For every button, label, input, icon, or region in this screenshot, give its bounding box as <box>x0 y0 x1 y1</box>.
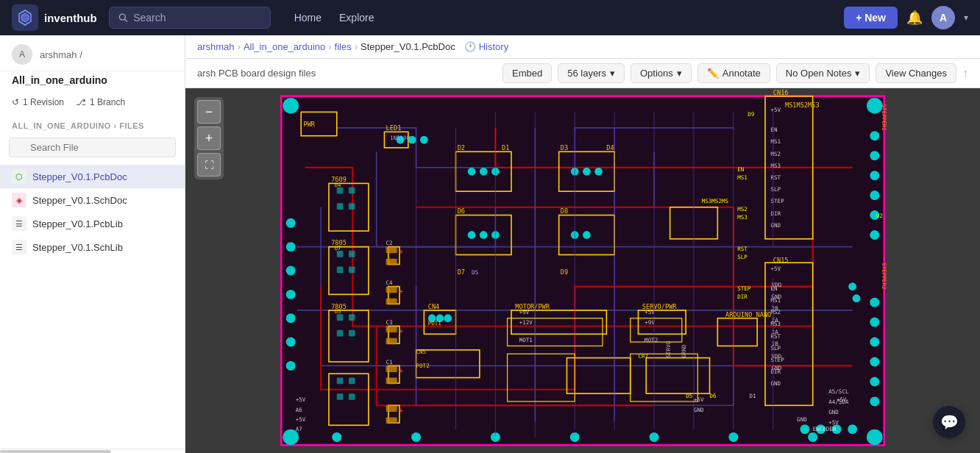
options-button[interactable]: Options ▾ <box>631 63 692 83</box>
annotate-button[interactable]: ✏️ Annotate <box>697 63 770 83</box>
svg-line-3 <box>124 19 127 21</box>
svg-text:STEP: STEP <box>737 285 751 292</box>
search-input[interactable] <box>133 12 260 24</box>
branch-stat[interactable]: ⎇ 1 Branch <box>70 95 131 110</box>
svg-rect-95 <box>349 314 355 321</box>
logo[interactable]: inventhub <box>12 4 97 31</box>
svg-text:+5V: +5V <box>771 265 781 272</box>
nav-home[interactable]: Home <box>294 12 322 24</box>
options-label: Options <box>640 68 673 79</box>
file-icon: ⬡ <box>12 169 26 184</box>
svg-point-52 <box>332 432 341 442</box>
svg-point-65 <box>420 136 428 144</box>
viewer-controls: − + ⛶ <box>194 97 224 179</box>
svg-rect-208 <box>386 417 397 424</box>
avatar[interactable]: A <box>931 6 955 29</box>
svg-text:+5V: +5V <box>645 309 655 315</box>
svg-text:MS3: MS3 <box>771 163 781 169</box>
file-item[interactable]: ◈ Stepper_V0.1.SchDoc <box>0 188 185 212</box>
history-link[interactable]: 🕐 History <box>464 41 508 52</box>
user-menu-chevron[interactable]: ▾ <box>964 13 968 23</box>
file-item[interactable]: ⬡ Stepper_V0.1.PcbDoc <box>0 165 185 188</box>
svg-text:+5V: +5V <box>296 396 306 403</box>
svg-text:D5: D5 <box>472 269 478 276</box>
svg-rect-86 <box>337 188 344 194</box>
svg-text:MS1: MS1 <box>771 138 781 145</box>
svg-text:+5V: +5V <box>837 396 847 403</box>
search-bar[interactable] <box>109 7 271 29</box>
nav-right: + New 🔔 A ▾ <box>844 6 968 29</box>
svg-text:STEPPER2: STEPPER2 <box>881 263 887 289</box>
svg-text:DIR: DIR <box>771 210 781 217</box>
svg-point-84 <box>848 282 856 290</box>
sidebar-scrollbar[interactable] <box>0 449 185 453</box>
svg-text:D7: D7 <box>458 268 465 276</box>
breadcrumb-repo[interactable]: All_in_one_arduino <box>244 41 325 52</box>
svg-rect-94 <box>337 314 344 321</box>
revision-stat[interactable]: ↺ 1 Revision <box>6 95 70 110</box>
sidebar: A arshmah / All_in_one_arduino ↺ 1 Revis… <box>0 35 185 453</box>
notes-label: No Open Notes <box>786 68 852 79</box>
svg-point-56 <box>650 432 659 442</box>
nav-explore[interactable]: Explore <box>339 12 374 24</box>
layers-label: 56 layers <box>567 68 606 79</box>
search-file-input[interactable] <box>9 138 176 157</box>
svg-text:1N5108: 1N5108 <box>390 135 411 141</box>
svg-text:U7: U7 <box>335 245 341 252</box>
svg-text:GND: GND <box>828 409 839 415</box>
svg-rect-203 <box>386 326 397 332</box>
file-name: Stepper_V0.1.PcbDoc <box>32 171 127 182</box>
bell-icon[interactable]: 🔔 <box>906 10 923 26</box>
zoom-in-button[interactable]: + <box>197 126 221 150</box>
svg-rect-201 <box>386 287 397 293</box>
svg-marker-1 <box>21 13 29 22</box>
logo-text: inventhub <box>44 12 97 24</box>
fullscreen-button[interactable]: ⛶ <box>197 153 221 176</box>
svg-text:+5V: +5V <box>828 419 839 426</box>
file-name: Stepper_V0.1.PcbLib <box>32 218 123 229</box>
sep-3: › <box>355 41 358 52</box>
svg-point-66 <box>468 168 476 176</box>
file-description: arsh PCB board design files <box>197 68 316 79</box>
pcb-board-svg: PWR 7609 U4 7805 U7 7805 U5 LED1 D2 D1 D… <box>185 88 980 453</box>
svg-point-73 <box>480 231 488 239</box>
svg-point-51 <box>870 396 879 406</box>
embed-button[interactable]: Embed <box>503 63 552 83</box>
repo-name[interactable]: All_in_one_arduino <box>0 71 185 92</box>
svg-text:ARDUINO_NANO: ARDUINO_NANO <box>725 311 771 318</box>
svg-text:CN4: CN4 <box>428 303 440 310</box>
svg-text:MS3MS2MS: MS3MS2MS <box>702 198 729 204</box>
svg-rect-207 <box>386 405 397 412</box>
upload-icon[interactable]: ↑ <box>962 67 968 80</box>
layers-button[interactable]: 56 layers ▾ <box>558 63 625 83</box>
svg-rect-98 <box>337 378 344 385</box>
svg-rect-96 <box>337 330 344 337</box>
svg-text:POT1: POT1 <box>428 320 442 327</box>
breadcrumb-user[interactable]: arshmah <box>197 41 235 52</box>
username[interactable]: arshmah / <box>40 49 82 60</box>
svg-rect-206 <box>386 378 397 385</box>
svg-point-61 <box>283 98 299 114</box>
breadcrumb-files[interactable]: files <box>335 41 352 52</box>
view-changes-button[interactable]: View Changes <box>876 63 956 83</box>
svg-text:D2: D2 <box>458 144 465 151</box>
svg-text:CN16: CN16 <box>773 89 789 96</box>
notes-button[interactable]: No Open Notes ▾ <box>776 63 870 83</box>
svg-text:D1: D1 <box>502 144 509 151</box>
svg-point-40 <box>870 131 879 140</box>
svg-point-76 <box>583 231 591 239</box>
layers-chevron: ▾ <box>610 68 615 79</box>
history-label: History <box>479 41 508 52</box>
svg-text:EN: EN <box>737 166 745 173</box>
svg-text:+: + <box>399 247 404 257</box>
file-item[interactable]: ☰ Stepper_V0.1.SchLib <box>0 235 185 259</box>
svg-text:1A: 1A <box>772 329 779 335</box>
svg-point-80 <box>800 424 809 434</box>
chat-bubble[interactable]: 💬 <box>933 406 965 438</box>
scrollbar-thumb <box>0 450 111 453</box>
file-name: Stepper_V0.1.SchLib <box>32 242 123 253</box>
svg-point-45 <box>870 230 879 240</box>
zoom-out-button[interactable]: − <box>197 100 221 124</box>
file-item[interactable]: ☰ Stepper_V0.1.PcbLib <box>0 212 185 235</box>
new-button[interactable]: + New <box>844 7 898 29</box>
